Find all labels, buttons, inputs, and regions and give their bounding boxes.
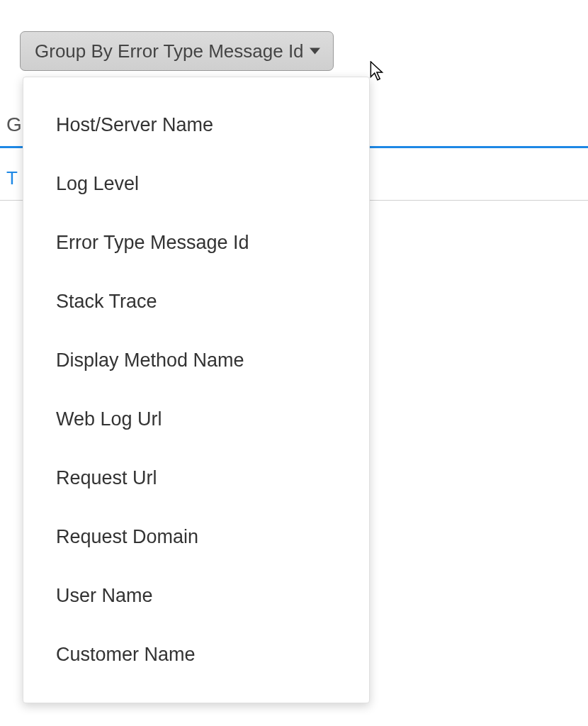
dropdown-item-stack-trace[interactable]: Stack Trace xyxy=(23,272,369,331)
dropdown-item-log-level[interactable]: Log Level xyxy=(23,155,369,213)
chevron-down-icon xyxy=(310,48,320,55)
background-label: G xyxy=(6,113,22,136)
dropdown-item-user-name[interactable]: User Name xyxy=(23,566,369,625)
group-by-dropdown-label: Group By Error Type Message Id xyxy=(35,40,304,62)
dropdown-item-web-log-url[interactable]: Web Log Url xyxy=(23,390,369,449)
group-by-dropdown-menu: Host/Server Name Log Level Error Type Me… xyxy=(23,77,370,703)
group-by-dropdown-button[interactable]: Group By Error Type Message Id xyxy=(20,31,334,71)
dropdown-item-customer-name[interactable]: Customer Name xyxy=(23,625,369,684)
dropdown-item-display-method-name[interactable]: Display Method Name xyxy=(23,331,369,390)
dropdown-item-request-domain[interactable]: Request Domain xyxy=(23,508,369,566)
cursor-icon xyxy=(370,61,385,85)
dropdown-item-request-url[interactable]: Request Url xyxy=(23,449,369,508)
background-tab[interactable]: T xyxy=(6,167,18,189)
dropdown-item-error-type-message-id[interactable]: Error Type Message Id xyxy=(23,213,369,272)
dropdown-item-host-server-name[interactable]: Host/Server Name xyxy=(23,96,369,155)
